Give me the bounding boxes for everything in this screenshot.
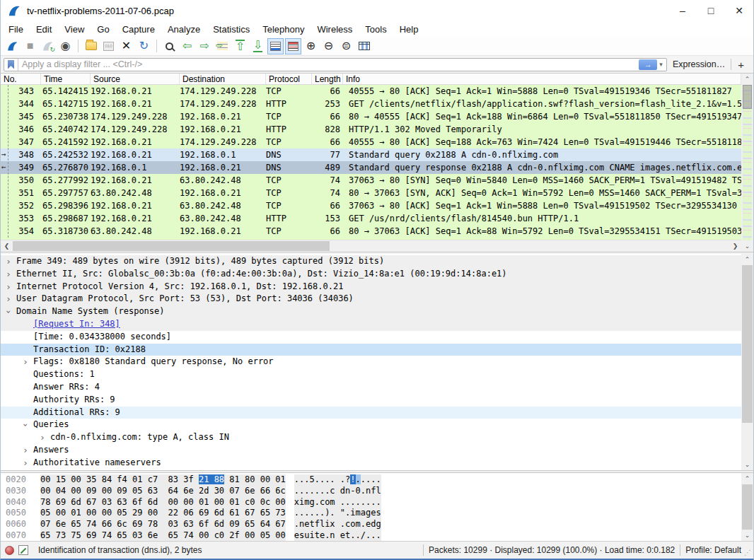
packet-row-343[interactable]: 34365.142415192.168.0.21174.129.249.228T…: [1, 85, 741, 98]
menu-view[interactable]: View: [58, 23, 91, 36]
detail-line-13[interactable]: ›Queries: [1, 419, 741, 431]
scroll-up-icon[interactable]: ⌃: [741, 473, 753, 484]
detail-line-4[interactable]: ›Domain Name System (response): [1, 305, 741, 318]
column-header-destination[interactable]: Destination: [180, 74, 266, 84]
scroll-up-icon[interactable]: ⌃: [741, 74, 753, 85]
detail-line-10[interactable]: Answer RRs: 4: [1, 381, 741, 394]
packet-row-346[interactable]: 34665.240742174.129.249.228192.168.0.21H…: [1, 123, 741, 136]
hex-row-0040[interactable]: 004078 69 6d 67 03 63 6f 6d 00 00 01 00 …: [1, 497, 741, 508]
packet-row-345[interactable]: 34565.230738174.129.249.228192.168.0.21T…: [1, 110, 741, 123]
capture-options-icon[interactable]: ◉: [57, 38, 74, 54]
detail-line-5[interactable]: [Request In: 348]: [1, 318, 741, 331]
resize-columns-icon[interactable]: [356, 38, 372, 54]
scroll-up-icon[interactable]: ⌃: [741, 254, 753, 265]
packet-row-350[interactable]: 35065.277992192.168.0.2163.80.242.48TCP7…: [1, 174, 741, 187]
tree-collapsed-icon[interactable]: ›: [5, 293, 12, 305]
filter-dropdown-caret-icon[interactable]: ▾: [659, 61, 663, 68]
tree-collapsed-icon[interactable]: ›: [5, 255, 12, 268]
menu-statistics[interactable]: Statistics: [207, 23, 256, 36]
capture-comment-icon[interactable]: [18, 545, 28, 555]
open-file-icon[interactable]: [83, 38, 99, 54]
detail-line-6[interactable]: [Time: 0.034338000 seconds]: [1, 331, 741, 344]
packet-row-351[interactable]: 35165.29775763.80.242.48192.168.0.21TCP7…: [1, 187, 741, 199]
hex-row-0070[interactable]: 007065 73 75 69 74 65 03 6e 65 74 00 c0 …: [1, 530, 741, 541]
profile-status-text[interactable]: Profile: Default: [685, 545, 741, 555]
packet-row-349[interactable]: 349←65.276870192.168.0.1192.168.0.21DNS4…: [1, 161, 741, 174]
resize-grip-icon[interactable]: ⋰: [744, 549, 751, 556]
stop-capture-icon[interactable]: ■: [22, 38, 38, 54]
menu-wireless[interactable]: Wireless: [311, 23, 359, 36]
menu-tools[interactable]: Tools: [359, 23, 393, 36]
detail-line-1[interactable]: ›Ethernet II, Src: Globalsc_00:3b:0a (f0…: [1, 268, 741, 281]
hex-row-0020[interactable]: 002000 15 00 35 84 f4 01 c7 83 3f 21 88 …: [1, 474, 741, 486]
scroll-left-icon[interactable]: ❮: [1, 240, 13, 252]
tree-collapsed-icon[interactable]: ›: [39, 431, 46, 444]
details-scroll-thumb[interactable]: [742, 265, 753, 423]
bytes-scroll-thumb[interactable]: [742, 484, 753, 530]
column-header-info[interactable]: Info: [343, 74, 741, 84]
menu-file[interactable]: File: [2, 23, 30, 36]
packet-row-348[interactable]: 348→65.242532192.168.0.21192.168.0.1DNS7…: [1, 148, 741, 161]
column-header-length[interactable]: Length: [312, 74, 343, 84]
go-first-packet-icon[interactable]: ⇧: [232, 38, 248, 54]
close-button[interactable]: ✕: [725, 0, 753, 21]
menu-go[interactable]: Go: [91, 23, 115, 36]
zoom-reset-icon[interactable]: ⊜: [338, 38, 354, 54]
expert-info-icon[interactable]: [5, 546, 14, 555]
column-header-source[interactable]: Source: [91, 74, 180, 84]
hscroll-thumb[interactable]: [13, 241, 330, 251]
tree-collapsed-icon[interactable]: ›: [5, 281, 12, 293]
scroll-down-icon[interactable]: ⌄: [741, 240, 753, 252]
maximize-button[interactable]: □: [697, 0, 725, 21]
hex-row-0060[interactable]: 006007 6e 65 74 66 6c 69 78 03 63 6f 6d …: [1, 519, 741, 530]
detail-line-16[interactable]: ›Authoritative nameservers: [1, 457, 741, 469]
detail-line-14[interactable]: ›cdn-0.nflximg.com: type A, class IN: [1, 431, 741, 444]
tree-expanded-icon[interactable]: ›: [22, 419, 29, 431]
auto-scroll-icon[interactable]: [267, 38, 284, 54]
minimize-button[interactable]: –: [668, 0, 697, 21]
detail-line-0[interactable]: ›Frame 349: 489 bytes on wire (3912 bits…: [1, 255, 741, 268]
expression-button[interactable]: Expression…: [667, 59, 731, 69]
display-filter-input[interactable]: Apply a display filter ... <Ctrl-/> → ▾: [4, 58, 667, 71]
packet-minimap[interactable]: [743, 85, 752, 240]
packet-row-352[interactable]: 35265.298396192.168.0.2163.80.242.48TCP6…: [1, 199, 741, 212]
menu-help[interactable]: Help: [393, 23, 425, 36]
scroll-down-icon[interactable]: ⌄: [741, 530, 753, 541]
menu-edit[interactable]: Edit: [30, 23, 58, 36]
packet-row-353[interactable]: 35365.298687192.168.0.2163.80.242.48HTTP…: [1, 212, 741, 225]
zoom-in-icon[interactable]: ⊕: [303, 38, 319, 54]
detail-line-12[interactable]: Additional RRs: 9: [1, 407, 741, 419]
save-file-icon[interactable]: 010: [100, 38, 117, 54]
vscroll-thumb[interactable]: [743, 85, 752, 109]
detail-line-7[interactable]: Transaction ID: 0x2188: [1, 344, 741, 356]
go-back-icon[interactable]: ⇦: [179, 38, 195, 54]
menu-telephony[interactable]: Telephony: [256, 23, 311, 36]
detail-line-15[interactable]: ›Answers: [1, 444, 741, 457]
zoom-out-icon[interactable]: ⊖: [320, 38, 337, 54]
menu-capture[interactable]: Capture: [116, 23, 161, 36]
detail-line-2[interactable]: ›Internet Protocol Version 4, Src: 192.1…: [1, 281, 741, 293]
tree-expanded-icon[interactable]: ›: [5, 305, 12, 318]
menu-analyze[interactable]: Analyze: [161, 23, 207, 36]
column-header-protocol[interactable]: Protocol: [266, 74, 312, 84]
details-vscrollbar[interactable]: ⌃ ⌄: [741, 254, 753, 470]
detail-line-8[interactable]: ›Flags: 0x8180 Standard query response, …: [1, 356, 741, 368]
tree-collapsed-icon[interactable]: ›: [22, 444, 29, 457]
packet-row-344[interactable]: 34465.142715192.168.0.21174.129.249.228H…: [1, 98, 741, 110]
reload-file-icon[interactable]: ↻: [136, 38, 152, 54]
hex-row-0030[interactable]: 003000 04 00 09 00 09 05 63 64 6e 2d 30 …: [1, 486, 741, 497]
close-file-icon[interactable]: ✕: [118, 38, 134, 54]
start-capture-icon[interactable]: [4, 38, 21, 54]
tree-collapsed-icon[interactable]: ›: [22, 356, 29, 368]
restart-capture-icon[interactable]: ↻: [40, 38, 56, 54]
hex-row-0050[interactable]: 005005 00 01 00 00 05 29 00 22 06 69 6d …: [1, 508, 741, 519]
column-header-no[interactable]: No.: [1, 74, 41, 84]
detail-line-9[interactable]: Questions: 1: [1, 368, 741, 381]
packet-list-vscrollbar[interactable]: ⌃ ⌄: [741, 74, 753, 252]
scroll-down-icon[interactable]: ⌄: [741, 459, 753, 470]
apply-filter-button[interactable]: →: [639, 59, 657, 70]
go-to-packet-icon[interactable]: ⇨: [214, 38, 231, 54]
filter-bookmark-button[interactable]: [4, 59, 18, 71]
packet-list-hscrollbar[interactable]: ❮ ❯: [1, 240, 741, 252]
detail-line-3[interactable]: ›User Datagram Protocol, Src Port: 53 (5…: [1, 293, 741, 305]
